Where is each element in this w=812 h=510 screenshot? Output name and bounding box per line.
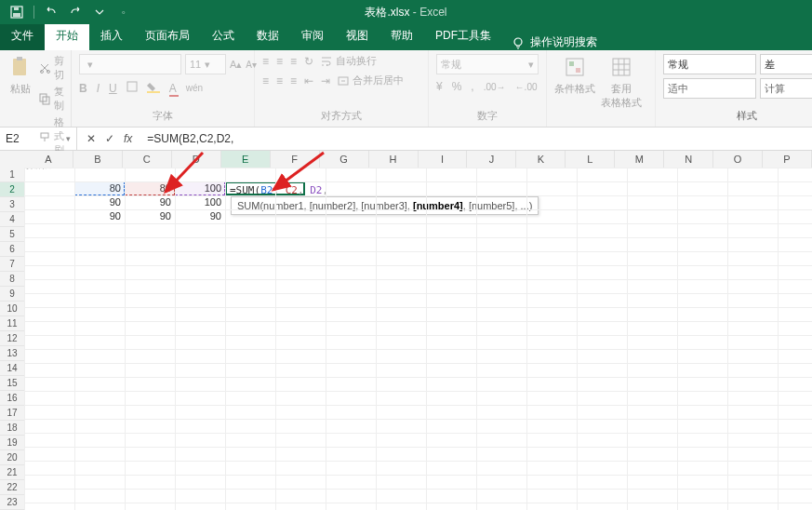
row-header-15[interactable]: 15 <box>0 376 24 391</box>
tab-view[interactable]: 视图 <box>335 22 379 50</box>
copy-button[interactable]: 复制 <box>39 85 64 113</box>
col-header-A[interactable]: A <box>24 151 73 168</box>
col-header-G[interactable]: G <box>320 151 369 168</box>
conditional-format-button[interactable]: 条件格式 <box>554 54 595 96</box>
row-header-4[interactable]: 4 <box>0 212 24 227</box>
row-header-23[interactable]: 23 <box>0 495 24 510</box>
row-header-19[interactable]: 19 <box>0 436 24 450</box>
row-header-18[interactable]: 18 <box>0 421 24 436</box>
row-header-2[interactable]: 2 <box>0 182 24 197</box>
col-header-O[interactable]: O <box>713 151 763 168</box>
formula-bar[interactable]: =SUM(B2,C2,D2, <box>141 132 812 145</box>
decrease-decimal-icon[interactable]: ←.00 <box>515 82 538 92</box>
increase-decimal-icon[interactable]: .00→ <box>484 82 506 92</box>
row-header-21[interactable]: 21 <box>0 465 24 480</box>
cell-D3[interactable]: 100 <box>175 195 225 209</box>
orientation-icon[interactable]: ↻ <box>304 55 313 68</box>
number-format-dropdown[interactable]: 常规▾ <box>436 54 539 74</box>
tab-data[interactable]: 数据 <box>246 22 290 50</box>
align-middle-icon[interactable]: ≡ <box>276 55 283 68</box>
qat-more-icon[interactable]: ◦ <box>116 5 131 20</box>
row-header-1[interactable]: 1 <box>0 168 24 182</box>
worksheet-grid[interactable]: ABCDEFGHIJKLMNOP 12345678910111213141516… <box>0 151 812 510</box>
tab-review[interactable]: 审阅 <box>290 22 335 50</box>
align-right-icon[interactable]: ≡ <box>290 74 297 87</box>
font-size-dropdown[interactable]: 11▾ <box>185 54 226 74</box>
cell-C3[interactable]: 90 <box>125 195 175 209</box>
underline-button[interactable]: U <box>109 82 117 95</box>
tab-home[interactable]: 开始 <box>45 22 89 50</box>
row-header-14[interactable]: 14 <box>0 361 24 376</box>
fill-color-button[interactable] <box>147 80 160 96</box>
font-name-dropdown[interactable]: ▾ <box>79 54 181 74</box>
row-header-12[interactable]: 12 <box>0 331 24 346</box>
col-header-C[interactable]: C <box>123 151 172 168</box>
italic-button[interactable]: I <box>97 82 100 95</box>
row-header-13[interactable]: 13 <box>0 346 24 361</box>
decrease-indent-icon[interactable]: ⇤ <box>304 74 313 87</box>
comma-format-icon[interactable]: , <box>471 80 473 93</box>
percent-format-icon[interactable]: % <box>452 80 462 93</box>
cell-B3[interactable]: 90 <box>74 195 125 209</box>
bold-button[interactable]: B <box>79 82 87 95</box>
col-header-J[interactable]: J <box>467 151 516 168</box>
tab-file[interactable]: 文件 <box>0 22 45 50</box>
active-cell[interactable]: =SUM(B2, C2, D2, <box>225 181 305 195</box>
increase-indent-icon[interactable]: ⇥ <box>321 74 330 87</box>
tell-me[interactable]: 操作说明搜索 <box>502 34 606 50</box>
col-header-H[interactable]: H <box>369 151 419 168</box>
align-left-icon[interactable]: ≡ <box>262 74 269 87</box>
accept-formula-icon[interactable]: ✓ <box>105 132 114 145</box>
tab-formulas[interactable]: 公式 <box>201 22 246 50</box>
row-header-9[interactable]: 9 <box>0 287 24 302</box>
row-header-20[interactable]: 20 <box>0 450 24 465</box>
col-header-K[interactable]: K <box>516 151 566 168</box>
style-normal[interactable]: 常规 <box>663 54 756 74</box>
col-header-F[interactable]: F <box>271 151 320 168</box>
cell-D4[interactable]: 90 <box>175 209 225 223</box>
col-header-D[interactable]: D <box>172 151 221 168</box>
align-bottom-icon[interactable]: ≡ <box>290 55 297 68</box>
undo-icon[interactable] <box>44 5 59 20</box>
row-header-10[interactable]: 10 <box>0 302 24 316</box>
align-top-icon[interactable]: ≡ <box>262 55 269 68</box>
row-header-7[interactable]: 7 <box>0 257 24 272</box>
style-calc[interactable]: 计算 <box>760 78 812 99</box>
row-header-22[interactable]: 22 <box>0 480 24 495</box>
merge-center-button[interactable]: 合并后居中 <box>338 74 404 87</box>
format-as-table-button[interactable]: 套用 表格格式 <box>601 54 642 110</box>
tab-page-layout[interactable]: 页面布局 <box>134 22 201 50</box>
tab-help[interactable]: 帮助 <box>379 22 424 50</box>
row-header-8[interactable]: 8 <box>0 272 24 287</box>
phonetic-button[interactable]: wén <box>186 83 203 93</box>
tab-pdf-tools[interactable]: PDF工具集 <box>424 22 502 50</box>
accounting-format-icon[interactable]: ¥ <box>436 80 443 93</box>
font-color-button[interactable]: A <box>169 82 177 95</box>
fx-icon[interactable]: fx <box>124 132 132 145</box>
col-header-N[interactable]: N <box>664 151 713 168</box>
cell-C4[interactable]: 90 <box>125 209 175 223</box>
row-header-3[interactable]: 3 <box>0 197 24 212</box>
border-button[interactable] <box>126 81 138 95</box>
row-header-11[interactable]: 11 <box>0 316 24 331</box>
col-header-M[interactable]: M <box>615 151 664 168</box>
style-neutral[interactable]: 适中 <box>663 78 756 99</box>
col-header-I[interactable]: I <box>419 151 468 168</box>
col-header-B[interactable]: B <box>73 151 123 168</box>
cell-B4[interactable]: 90 <box>74 209 125 223</box>
redo-icon[interactable] <box>68 5 83 20</box>
row-header-17[interactable]: 17 <box>0 406 24 421</box>
paste-button[interactable]: 粘贴 <box>7 54 33 96</box>
col-header-P[interactable]: P <box>763 151 812 168</box>
cancel-formula-icon[interactable]: ✕ <box>87 132 96 145</box>
select-all-corner[interactable] <box>0 151 25 168</box>
col-header-E[interactable]: E <box>221 151 271 168</box>
save-icon[interactable] <box>9 5 24 20</box>
row-header-16[interactable]: 16 <box>0 391 24 406</box>
col-header-L[interactable]: L <box>566 151 615 168</box>
increase-font-icon[interactable]: A▴ <box>230 59 242 71</box>
wrap-text-button[interactable]: 自动换行 <box>321 54 377 68</box>
row-header-5[interactable]: 5 <box>0 227 24 242</box>
cut-button[interactable]: 剪切 <box>39 54 64 82</box>
qat-customize-icon[interactable] <box>92 5 107 20</box>
